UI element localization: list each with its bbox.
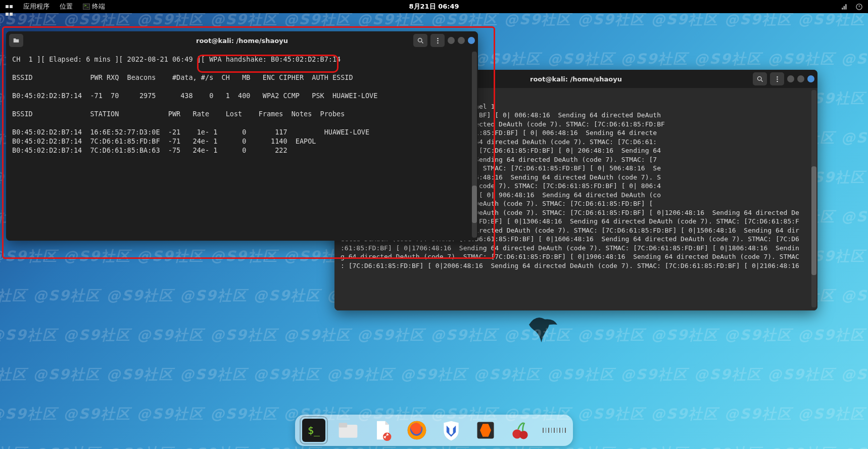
dock-terminal[interactable]: $_ (302, 419, 325, 442)
svg-point-2 (777, 76, 778, 77)
dock: $_ (295, 415, 573, 446)
svg-rect-10 (339, 423, 348, 427)
maximize-button[interactable] (797, 75, 804, 82)
scrollbar[interactable] (811, 90, 816, 307)
terminal-label: 终端 (92, 2, 105, 11)
files-icon (337, 419, 359, 441)
folder-icon (12, 37, 20, 44)
places-menu[interactable]: 位置 (60, 2, 73, 11)
svg-point-1 (757, 76, 761, 80)
kali-dragon-icon (525, 310, 561, 346)
menu-icon (774, 75, 781, 83)
terminal-window-1[interactable]: root@kali: /home/shaoyu CH 1 ][ Elapsed:… (6, 31, 478, 241)
scrollbar[interactable] (472, 52, 477, 238)
station-row: B0:45:02:D2:B7:14 7C:D6:61:85:FD:BF -71 … (12, 137, 316, 145)
titlebar-1[interactable]: root@kali: /home/shaoyu (6, 31, 478, 50)
menu-icon (434, 37, 442, 44)
network-icon[interactable] (841, 3, 848, 10)
status-line: CH 1 ][ Elapsed: 6 mins ][ 2022-08-21 06… (12, 55, 341, 63)
minimize-button[interactable] (787, 75, 794, 82)
close-button[interactable] (468, 37, 475, 44)
dock-metasploit[interactable] (440, 419, 463, 442)
terminal-panel-item[interactable]: 终端 (83, 2, 105, 11)
datetime-label[interactable]: 8月21日 06:49 (409, 2, 459, 11)
firefox-icon (406, 419, 428, 441)
burpsuite-icon (474, 419, 497, 441)
text-editor-icon (371, 419, 394, 441)
dock-files[interactable] (336, 419, 360, 442)
minimize-button[interactable] (448, 37, 455, 44)
applications-menu[interactable]: 应用程序 (23, 2, 50, 11)
svg-point-7 (437, 40, 439, 41)
power-icon[interactable] (855, 3, 863, 11)
svg-point-5 (418, 38, 422, 42)
station-row: B0:45:02:D2:B7:14 16:6E:52:77:D3:0E -21 … (12, 128, 369, 136)
svg-point-6 (437, 37, 439, 39)
dock-firefox[interactable] (405, 419, 428, 442)
menu-button[interactable] (430, 34, 445, 47)
search-icon (756, 75, 764, 83)
dock-text-editor[interactable] (371, 419, 394, 442)
window-title-1: root@kali: /home/shaoyu (196, 37, 288, 44)
search-icon (417, 37, 424, 44)
dock-burpsuite[interactable] (474, 419, 497, 442)
svg-point-8 (437, 42, 439, 43)
terminal-output-1[interactable]: CH 1 ][ Elapsed: 6 mins ][ 2022-08-21 06… (6, 50, 478, 241)
menu-button[interactable] (770, 72, 784, 85)
search-button[interactable] (753, 72, 767, 85)
close-button[interactable] (807, 75, 814, 82)
activities-icon[interactable] (5, 3, 13, 11)
maximize-button[interactable] (458, 37, 465, 44)
cherrytree-icon (509, 419, 531, 441)
station-header: BSSID STATION PWR Rate Lost Frames Notes… (12, 110, 345, 118)
window-title-2: root@kali: /home/shaoyu (530, 75, 622, 83)
svg-point-15 (519, 431, 528, 439)
station-row: B0:45:02:D2:B7:14 7C:D6:61:85:BA:63 -75 … (12, 146, 287, 154)
ap-header: BSSID PWR RXQ Beacons #Data, #/s CH MB E… (12, 73, 353, 81)
svg-point-4 (777, 80, 778, 82)
svg-point-3 (777, 78, 778, 80)
new-tab-button[interactable] (9, 34, 23, 47)
dock-cherrytree[interactable] (508, 419, 532, 442)
ap-row: B0:45:02:D2:B7:14 -71 70 2975 438 0 1 40… (12, 92, 377, 100)
metasploit-icon (440, 419, 462, 441)
terminal-mini-icon (83, 4, 90, 10)
dock-apps-grid[interactable] (543, 419, 566, 442)
top-panel: 应用程序 位置 终端 8月21日 06:49 (0, 0, 868, 13)
search-button[interactable] (413, 34, 427, 47)
